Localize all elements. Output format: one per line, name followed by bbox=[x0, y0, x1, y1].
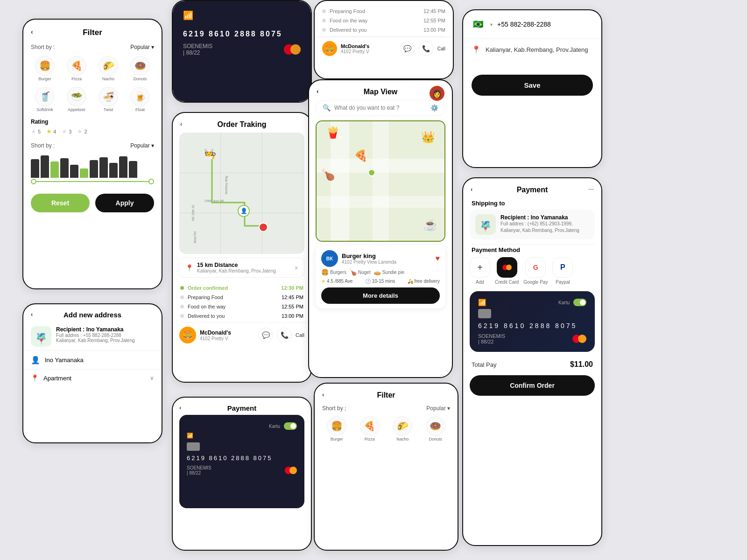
method-add[interactable]: + Add bbox=[470, 257, 490, 285]
restaurant2-name: McDonald's bbox=[341, 43, 369, 49]
kfc-pin: 🍗 bbox=[321, 168, 335, 181]
svg-rect-4 bbox=[373, 121, 389, 241]
mastercard-main bbox=[572, 335, 586, 343]
food-search-bar[interactable]: 🔍 ⚙️ bbox=[316, 100, 445, 116]
paypal-button[interactable]: P bbox=[552, 257, 573, 278]
distance-location: Kalianyar, Kab.Rembang, Prov.Jateng bbox=[197, 268, 276, 273]
bar-1 bbox=[31, 159, 39, 178]
pay-total-amount: $11.00 bbox=[570, 360, 593, 369]
rating-meta: ★ 4.5 /885 Ave bbox=[321, 279, 352, 284]
country-flag[interactable]: 🇧🇷 bbox=[472, 18, 485, 31]
star-5[interactable]: ★5 bbox=[31, 128, 41, 135]
food-burger[interactable]: 🍔 Burger bbox=[35, 56, 55, 81]
user-location-pin bbox=[368, 169, 375, 176]
food-twist[interactable]: 🍜 Twist bbox=[99, 87, 118, 112]
bar-11 bbox=[129, 161, 137, 178]
tracking2-status: Preparing Food 12:45 PM Food on the way … bbox=[315, 1, 453, 36]
distance-close-button[interactable]: × bbox=[295, 264, 298, 272]
payment-main-title: ‹ Payment ··· bbox=[463, 178, 601, 198]
pay-city: Kalianyar, Kab.Rembang, Prov.Jateng bbox=[500, 227, 579, 234]
filter2-sort-dropdown[interactable]: Popular ▾ bbox=[426, 405, 450, 412]
star-3[interactable]: ★3 bbox=[62, 128, 71, 135]
save-button[interactable]: Save bbox=[472, 75, 593, 96]
star-2[interactable]: ★2 bbox=[77, 128, 87, 135]
method-paypal[interactable]: P Paypal bbox=[552, 257, 573, 285]
card-number: 6219 8610 2888 8075 bbox=[183, 30, 301, 38]
filter-sort-row: Short by : Popular ▾ bbox=[23, 41, 162, 53]
phone-number-text: +55 882-288-2288 bbox=[497, 21, 551, 28]
location-text: Kalianyar, Kab.Rembang, Prov.Jateng bbox=[486, 46, 588, 53]
payment-recipient-info: Recipient : Ino Yamanaka Full addres : (… bbox=[500, 214, 579, 234]
food-icons-row-1: 🍔 Burger 🍕 Pizza 🌮 Nacho 🍩 Donuts bbox=[23, 53, 162, 84]
payment-dark-card-main: 📶 Kartu 6219 8610 2888 8075 SOENEMIS | 8… bbox=[470, 291, 595, 352]
range-slider[interactable] bbox=[31, 178, 154, 185]
chevron-down-icon: ∨ bbox=[150, 375, 154, 381]
payment-back-button[interactable]: ‹ bbox=[471, 186, 472, 193]
distance-text: 15 km Distance bbox=[197, 262, 276, 268]
filter-back-button[interactable]: ‹ bbox=[31, 28, 33, 35]
save-button-area: Save bbox=[463, 61, 601, 102]
filter2-burger[interactable]: 🍔 Burger bbox=[327, 416, 346, 441]
payment-main-card: ‹ Payment ··· Shipping to 🗺️ 📍 Recipient… bbox=[462, 177, 602, 546]
tracking-back-button[interactable]: ‹ bbox=[180, 120, 182, 127]
credit-card-button[interactable] bbox=[497, 257, 517, 278]
tracking-status-list: Order confirmed 12:30 PM Preparing Food … bbox=[173, 281, 311, 322]
phone-address-card: 🇧🇷 ▾ +55 882-288-2288 📍 Kalianyar, Kab.R… bbox=[462, 9, 602, 168]
tag-sundie: 🥧 Sundie pie bbox=[374, 269, 404, 276]
more-details-button[interactable]: More details bbox=[321, 287, 440, 304]
method-credit-card[interactable]: Credit Card bbox=[495, 257, 519, 285]
add-payment-button[interactable]: + bbox=[470, 257, 490, 278]
filter-icon[interactable]: ⚙️ bbox=[430, 104, 438, 112]
map-back-button[interactable]: ‹ bbox=[317, 88, 318, 95]
food-appetizer[interactable]: 🥗 Appetizer bbox=[67, 87, 86, 112]
payment-bottom-title: ‹ Payment bbox=[173, 398, 311, 415]
kartu-toggle[interactable] bbox=[284, 422, 297, 430]
credit-card-display: 📶 6219 8610 2888 8075 SOENEMIS | 88/22 bbox=[173, 1, 311, 102]
payment-dots-menu[interactable]: ··· bbox=[588, 186, 594, 193]
phone-chevron-icon: ▾ bbox=[490, 22, 493, 27]
method-google-pay[interactable]: G Google Pay bbox=[523, 257, 548, 285]
payment-map-thumb: 🗺️ 📍 bbox=[475, 214, 496, 235]
restaurant-meta: ★ 4.5 /885 Ave 🕐 10-15 mins 🛵 free deliv… bbox=[321, 279, 440, 284]
call2-button[interactable]: 📞 bbox=[419, 41, 434, 56]
confirm-order-main-button[interactable]: Confirm Order bbox=[470, 375, 595, 396]
kartu-toggle-main[interactable] bbox=[573, 299, 586, 306]
food-pizza[interactable]: 🍕 Pizza bbox=[67, 56, 86, 81]
sort-dropdown-2[interactable]: Popular ▾ bbox=[130, 142, 154, 149]
map-display: 🍟 👑 🍗 🍕 ☕ bbox=[316, 120, 445, 242]
call-label: Call bbox=[296, 332, 304, 338]
wifi-card-icon: 📶 bbox=[478, 299, 486, 306]
distance-badge: 📍 15 km Distance Kalianyar, Kab.Rembang,… bbox=[179, 258, 304, 278]
bar-9 bbox=[109, 163, 118, 178]
stars-row: ★5 ★4 ★3 ★2 bbox=[31, 128, 154, 135]
food-nacho[interactable]: 🌮 Nacho bbox=[99, 56, 118, 81]
payment-bottom-back[interactable]: ‹ bbox=[179, 404, 181, 411]
message2-button[interactable]: 💬 bbox=[400, 41, 415, 56]
google-pay-button[interactable]: G bbox=[525, 257, 546, 278]
apply-button[interactable]: Apply bbox=[95, 194, 154, 212]
filter-card: ‹ Filter Short by : Popular ▾ 🍔 Burger 🍕… bbox=[22, 19, 162, 289]
filter2-back-button[interactable]: ‹ bbox=[322, 391, 324, 398]
food-search-input[interactable] bbox=[334, 105, 427, 111]
address-back-button[interactable]: ‹ bbox=[31, 311, 33, 318]
location-type-row[interactable]: 📍 Apartment ∨ bbox=[23, 370, 162, 386]
food-float[interactable]: 🍺 Float bbox=[130, 87, 150, 112]
filter2-pizza[interactable]: 🍕 Pizza bbox=[360, 416, 380, 441]
filter2-donuts[interactable]: 🍩 Donuts bbox=[426, 416, 445, 441]
favorite-icon[interactable]: ♥ bbox=[436, 254, 440, 263]
call-button[interactable]: 📞 bbox=[277, 328, 292, 343]
filter-title: ‹ Filter bbox=[23, 20, 162, 41]
reset-button[interactable]: Reset bbox=[31, 194, 90, 212]
person-row: 👤 Ino Yamanaka bbox=[23, 351, 162, 370]
message-button[interactable]: 💬 bbox=[258, 328, 273, 343]
main-card-number: 6219 8610 2888 8075 bbox=[478, 322, 586, 329]
food-donuts[interactable]: 🍩 Donuts bbox=[130, 56, 150, 81]
kartu-text: Kartu bbox=[558, 300, 570, 305]
filter2-nacho[interactable]: 🌮 Nacho bbox=[393, 416, 412, 441]
food-softdrink[interactable]: 🥤 Softdrink bbox=[35, 87, 55, 112]
sort-dropdown[interactable]: Popular ▾ bbox=[130, 44, 154, 50]
range-right-handle[interactable] bbox=[148, 179, 154, 184]
star-4[interactable]: ★4 bbox=[46, 128, 56, 135]
range-left-handle[interactable] bbox=[31, 179, 36, 184]
bar-7 bbox=[90, 160, 98, 178]
